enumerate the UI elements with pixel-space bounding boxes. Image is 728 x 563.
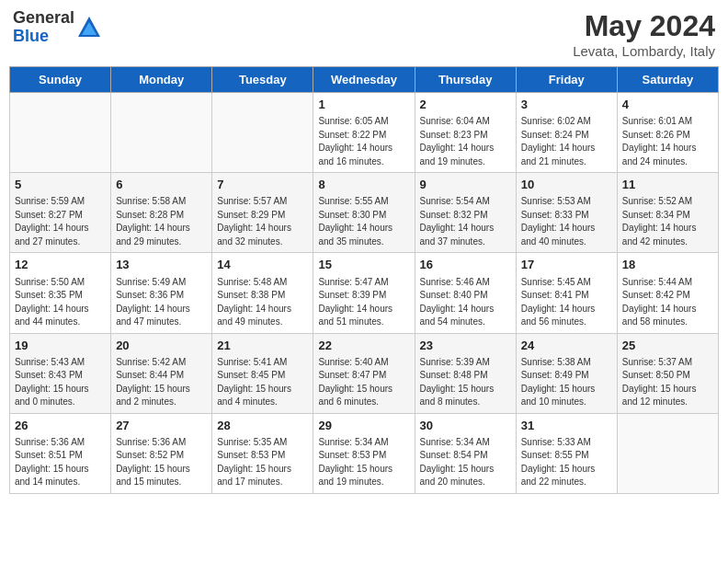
calendar-cell bbox=[212, 93, 313, 173]
weekday-header-friday: Friday bbox=[516, 67, 617, 93]
cell-info: Sunrise: 5:53 AM Sunset: 8:33 PM Dayligh… bbox=[521, 195, 612, 248]
cell-info: Sunrise: 5:34 AM Sunset: 8:54 PM Dayligh… bbox=[420, 436, 511, 489]
cell-info: Sunrise: 5:38 AM Sunset: 8:49 PM Dayligh… bbox=[521, 356, 612, 409]
day-number: 20 bbox=[116, 338, 207, 354]
weekday-header-tuesday: Tuesday bbox=[212, 67, 313, 93]
calendar-cell: 30Sunrise: 5:34 AM Sunset: 8:54 PM Dayli… bbox=[415, 413, 516, 493]
calendar-cell: 24Sunrise: 5:38 AM Sunset: 8:49 PM Dayli… bbox=[516, 333, 617, 413]
calendar-cell: 22Sunrise: 5:40 AM Sunset: 8:47 PM Dayli… bbox=[313, 333, 415, 413]
calendar-cell: 3Sunrise: 6:02 AM Sunset: 8:24 PM Daylig… bbox=[516, 93, 617, 173]
day-number: 16 bbox=[420, 257, 511, 273]
calendar-cell: 18Sunrise: 5:44 AM Sunset: 8:42 PM Dayli… bbox=[617, 253, 718, 333]
day-number: 9 bbox=[420, 177, 511, 193]
calendar-cell: 20Sunrise: 5:42 AM Sunset: 8:44 PM Dayli… bbox=[111, 333, 212, 413]
day-number: 28 bbox=[217, 418, 308, 434]
page-header: General Blue May 2024 Levata, Lombardy, … bbox=[9, 9, 719, 59]
calendar-cell: 29Sunrise: 5:34 AM Sunset: 8:53 PM Dayli… bbox=[313, 413, 415, 493]
day-number: 30 bbox=[420, 418, 511, 434]
day-number: 11 bbox=[622, 177, 713, 193]
cell-info: Sunrise: 5:35 AM Sunset: 8:53 PM Dayligh… bbox=[217, 436, 308, 489]
day-number: 12 bbox=[15, 257, 106, 273]
logo-general-text: General bbox=[13, 9, 74, 28]
calendar-table: SundayMondayTuesdayWednesdayThursdayFrid… bbox=[9, 66, 719, 494]
calendar-cell: 19Sunrise: 5:43 AM Sunset: 8:43 PM Dayli… bbox=[10, 333, 111, 413]
cell-info: Sunrise: 5:37 AM Sunset: 8:50 PM Dayligh… bbox=[622, 356, 713, 409]
day-number: 8 bbox=[318, 177, 409, 193]
title-block: May 2024 Levata, Lombardy, Italy bbox=[573, 9, 715, 59]
calendar-cell bbox=[617, 413, 718, 493]
weekday-header-row: SundayMondayTuesdayWednesdayThursdayFrid… bbox=[10, 67, 719, 93]
cell-info: Sunrise: 5:52 AM Sunset: 8:34 PM Dayligh… bbox=[622, 195, 713, 248]
weekday-header-saturday: Saturday bbox=[617, 67, 718, 93]
logo-blue-text: Blue bbox=[13, 28, 74, 46]
calendar-cell: 10Sunrise: 5:53 AM Sunset: 8:33 PM Dayli… bbox=[516, 173, 617, 253]
day-number: 22 bbox=[318, 338, 409, 354]
calendar-cell: 27Sunrise: 5:36 AM Sunset: 8:52 PM Dayli… bbox=[111, 413, 212, 493]
cell-info: Sunrise: 5:49 AM Sunset: 8:36 PM Dayligh… bbox=[116, 276, 207, 329]
calendar-cell: 6Sunrise: 5:58 AM Sunset: 8:28 PM Daylig… bbox=[111, 173, 212, 253]
day-number: 5 bbox=[15, 177, 106, 193]
calendar-week-4: 19Sunrise: 5:43 AM Sunset: 8:43 PM Dayli… bbox=[10, 333, 719, 413]
cell-info: Sunrise: 5:44 AM Sunset: 8:42 PM Dayligh… bbox=[622, 276, 713, 329]
calendar-cell bbox=[111, 93, 212, 173]
calendar-cell: 28Sunrise: 5:35 AM Sunset: 8:53 PM Dayli… bbox=[212, 413, 313, 493]
cell-info: Sunrise: 5:58 AM Sunset: 8:28 PM Dayligh… bbox=[116, 195, 207, 248]
cell-info: Sunrise: 5:57 AM Sunset: 8:29 PM Dayligh… bbox=[217, 195, 308, 248]
day-number: 26 bbox=[15, 418, 106, 434]
cell-info: Sunrise: 5:48 AM Sunset: 8:38 PM Dayligh… bbox=[217, 276, 308, 329]
calendar-cell: 4Sunrise: 6:01 AM Sunset: 8:26 PM Daylig… bbox=[617, 93, 718, 173]
day-number: 4 bbox=[622, 97, 713, 113]
day-number: 10 bbox=[521, 177, 612, 193]
cell-info: Sunrise: 6:02 AM Sunset: 8:24 PM Dayligh… bbox=[521, 115, 612, 168]
logo: General Blue bbox=[13, 9, 102, 46]
calendar-cell: 9Sunrise: 5:54 AM Sunset: 8:32 PM Daylig… bbox=[415, 173, 516, 253]
cell-info: Sunrise: 5:47 AM Sunset: 8:39 PM Dayligh… bbox=[318, 276, 409, 329]
cell-info: Sunrise: 5:36 AM Sunset: 8:52 PM Dayligh… bbox=[116, 436, 207, 489]
weekday-header-sunday: Sunday bbox=[10, 67, 111, 93]
cell-info: Sunrise: 5:33 AM Sunset: 8:55 PM Dayligh… bbox=[521, 436, 612, 489]
calendar-week-3: 12Sunrise: 5:50 AM Sunset: 8:35 PM Dayli… bbox=[10, 253, 719, 333]
calendar-cell bbox=[10, 93, 111, 173]
calendar-cell: 13Sunrise: 5:49 AM Sunset: 8:36 PM Dayli… bbox=[111, 253, 212, 333]
logo-icon bbox=[76, 15, 102, 40]
location: Levata, Lombardy, Italy bbox=[573, 43, 715, 59]
cell-info: Sunrise: 5:39 AM Sunset: 8:48 PM Dayligh… bbox=[420, 356, 511, 409]
weekday-header-thursday: Thursday bbox=[415, 67, 516, 93]
day-number: 13 bbox=[116, 257, 207, 273]
cell-info: Sunrise: 5:42 AM Sunset: 8:44 PM Dayligh… bbox=[116, 356, 207, 409]
day-number: 3 bbox=[521, 97, 612, 113]
cell-info: Sunrise: 5:55 AM Sunset: 8:30 PM Dayligh… bbox=[318, 195, 409, 248]
cell-info: Sunrise: 5:50 AM Sunset: 8:35 PM Dayligh… bbox=[15, 276, 106, 329]
day-number: 18 bbox=[622, 257, 713, 273]
calendar-cell: 31Sunrise: 5:33 AM Sunset: 8:55 PM Dayli… bbox=[516, 413, 617, 493]
day-number: 17 bbox=[521, 257, 612, 273]
calendar-cell: 8Sunrise: 5:55 AM Sunset: 8:30 PM Daylig… bbox=[313, 173, 415, 253]
day-number: 14 bbox=[217, 257, 308, 273]
calendar-cell: 21Sunrise: 5:41 AM Sunset: 8:45 PM Dayli… bbox=[212, 333, 313, 413]
day-number: 24 bbox=[521, 338, 612, 354]
day-number: 29 bbox=[318, 418, 409, 434]
cell-info: Sunrise: 5:34 AM Sunset: 8:53 PM Dayligh… bbox=[318, 436, 409, 489]
day-number: 6 bbox=[116, 177, 207, 193]
calendar-cell: 12Sunrise: 5:50 AM Sunset: 8:35 PM Dayli… bbox=[10, 253, 111, 333]
day-number: 21 bbox=[217, 338, 308, 354]
calendar-cell: 17Sunrise: 5:45 AM Sunset: 8:41 PM Dayli… bbox=[516, 253, 617, 333]
weekday-header-wednesday: Wednesday bbox=[313, 67, 415, 93]
calendar-week-2: 5Sunrise: 5:59 AM Sunset: 8:27 PM Daylig… bbox=[10, 173, 719, 253]
cell-info: Sunrise: 5:36 AM Sunset: 8:51 PM Dayligh… bbox=[15, 436, 106, 489]
calendar-cell: 16Sunrise: 5:46 AM Sunset: 8:40 PM Dayli… bbox=[415, 253, 516, 333]
calendar-cell: 15Sunrise: 5:47 AM Sunset: 8:39 PM Dayli… bbox=[313, 253, 415, 333]
day-number: 25 bbox=[622, 338, 713, 354]
day-number: 23 bbox=[420, 338, 511, 354]
cell-info: Sunrise: 5:40 AM Sunset: 8:47 PM Dayligh… bbox=[318, 356, 409, 409]
calendar-week-1: 1Sunrise: 6:05 AM Sunset: 8:22 PM Daylig… bbox=[10, 93, 719, 173]
day-number: 15 bbox=[318, 257, 409, 273]
weekday-header-monday: Monday bbox=[111, 67, 212, 93]
cell-info: Sunrise: 5:45 AM Sunset: 8:41 PM Dayligh… bbox=[521, 276, 612, 329]
cell-info: Sunrise: 6:05 AM Sunset: 8:22 PM Dayligh… bbox=[318, 115, 409, 168]
calendar-cell: 23Sunrise: 5:39 AM Sunset: 8:48 PM Dayli… bbox=[415, 333, 516, 413]
calendar-cell: 26Sunrise: 5:36 AM Sunset: 8:51 PM Dayli… bbox=[10, 413, 111, 493]
calendar-week-5: 26Sunrise: 5:36 AM Sunset: 8:51 PM Dayli… bbox=[10, 413, 719, 493]
cell-info: Sunrise: 5:46 AM Sunset: 8:40 PM Dayligh… bbox=[420, 276, 511, 329]
day-number: 2 bbox=[420, 97, 511, 113]
